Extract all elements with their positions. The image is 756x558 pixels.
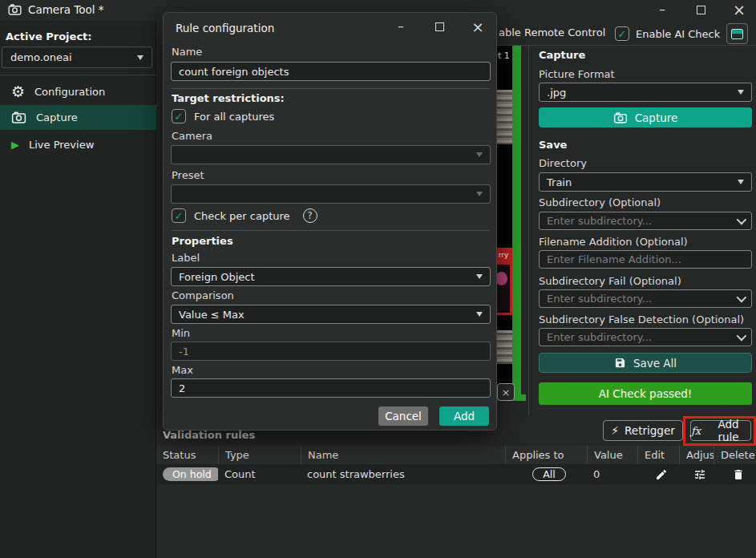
add-button[interactable]: Add: [439, 406, 489, 426]
minimize-icon: –: [659, 2, 665, 17]
table-header-row: Status Type Name Applies to Value Edit A…: [156, 446, 756, 464]
subdirectory-label: Subdirectory (Optional): [539, 196, 661, 208]
subdirectory-fail-placeholder: Enter subdirectory...: [547, 293, 652, 305]
chevron-down-icon: [737, 331, 747, 342]
column-header-status: Status: [156, 446, 218, 464]
ai-check-status-text: AI Check passed!: [599, 387, 693, 400]
column-header-name: Name: [301, 446, 505, 464]
filename-addition-input[interactable]: [539, 250, 752, 269]
edit-pencil-icon[interactable]: [655, 468, 668, 481]
minimize-icon: –: [398, 19, 404, 34]
detection-label-badge: rry: [495, 248, 513, 262]
check-per-capture-checkbox[interactable]: ✓: [172, 208, 186, 223]
detection-bounding-box: [495, 262, 512, 315]
capture-button[interactable]: Capture: [539, 107, 752, 127]
chevron-down-icon: [137, 55, 144, 60]
detected-object: [495, 272, 507, 285]
subdirectory-fail-combo[interactable]: Enter subdirectory...: [539, 289, 752, 308]
add-rule-button[interactable]: ƒx Add rule: [690, 420, 751, 441]
camera-icon: [8, 4, 22, 15]
rule-configuration-dialog: Rule configuration – × Name Target restr…: [163, 12, 497, 431]
picture-format-select[interactable]: .jpg: [539, 83, 752, 102]
sidebar-item-live-preview[interactable]: ▶ Live Preview: [0, 132, 156, 157]
rule-type-cell: Count: [218, 468, 301, 480]
retrigger-button[interactable]: ⚡ Retrigger: [603, 420, 683, 441]
name-label: Name: [172, 46, 202, 58]
ai-check-status-banner: AI Check passed!: [539, 382, 752, 405]
for-all-captures-checkbox[interactable]: ✓: [172, 109, 186, 123]
comparison-select[interactable]: Value ≤ Max: [171, 305, 491, 324]
label-select-value: Foreign Object: [179, 271, 255, 283]
remove-image-button[interactable]: ×: [497, 383, 515, 401]
camera-select[interactable]: [171, 145, 491, 164]
bolt-icon: ⚡: [611, 424, 619, 437]
chevron-down-icon: [737, 293, 747, 303]
play-icon: ▶: [11, 139, 19, 151]
maximize-icon: [435, 22, 444, 31]
label-select[interactable]: Foreign Object: [171, 267, 491, 286]
subdirectory-false-detection-combo[interactable]: Enter subdirectory...: [539, 328, 752, 346]
sidebar-item-capture[interactable]: Capture: [0, 105, 156, 130]
subdirectory-false-detection-label: Subdirectory False Detection (Optional): [539, 313, 744, 326]
camera-icon: [11, 111, 26, 123]
preset-select[interactable]: [171, 184, 491, 204]
close-icon: ×: [502, 386, 511, 398]
chevron-down-icon: [476, 274, 483, 279]
window-title: Camera Tool *: [28, 3, 104, 16]
table-row: On hold Count count strawberries All 0: [156, 464, 756, 484]
camera-icon: [613, 112, 628, 123]
dialog-minimize-button[interactable]: –: [394, 19, 408, 34]
check-per-capture-control[interactable]: ✓ Check per capture ?: [172, 208, 317, 223]
background-capture-thumbnail: t 1 rry ×: [495, 46, 529, 406]
project-select[interactable]: demo.oneai: [2, 46, 152, 68]
max-input[interactable]: [171, 378, 491, 398]
dialog-divider: [172, 230, 490, 231]
window-maximize-button[interactable]: [693, 2, 708, 17]
dialog-maximize-button[interactable]: [432, 19, 447, 34]
fx-icon: ƒx: [691, 425, 701, 437]
column-header-adjust: Adjust: [679, 446, 714, 464]
directory-value: Train: [547, 176, 572, 188]
rule-name-input[interactable]: [171, 62, 491, 81]
check-per-capture-label: Check per capture: [194, 210, 290, 222]
capture-section-title: Capture: [539, 49, 585, 61]
check-icon: ✓: [175, 111, 184, 123]
maximize-icon: [697, 6, 705, 14]
save-icon: [614, 357, 626, 369]
project-select-value: demo.oneai: [10, 51, 72, 63]
close-icon: ×: [733, 1, 746, 18]
dialog-title: Rule configuration: [176, 22, 274, 34]
ai-report-button[interactable]: [726, 23, 748, 44]
check-icon: ✓: [618, 28, 627, 40]
picture-format-label: Picture Format: [539, 68, 615, 80]
image-content-fragment: [495, 330, 513, 364]
for-all-captures-label: For all captures: [194, 111, 274, 123]
for-all-captures-control[interactable]: ✓ For all captures: [172, 109, 274, 123]
window-close-button[interactable]: ×: [732, 2, 746, 17]
sidebar-item-configuration[interactable]: ⚙ Configuration: [0, 79, 156, 104]
ai-check-label: Enable AI Check: [636, 28, 720, 40]
dialog-close-button[interactable]: ×: [471, 19, 485, 34]
directory-select[interactable]: Train: [539, 172, 752, 192]
enable-ai-check-control[interactable]: ✓ Enable AI Check: [615, 26, 737, 41]
selected-image-border: [512, 46, 521, 396]
image-content-fragment: [495, 90, 513, 144]
adjust-sliders-icon[interactable]: [693, 468, 706, 481]
window-minimize-button[interactable]: –: [655, 2, 669, 17]
delete-trash-icon[interactable]: [732, 468, 745, 481]
min-input[interactable]: [171, 342, 491, 361]
capture-image[interactable]: t 1 rry: [495, 46, 513, 396]
save-all-button[interactable]: Save All: [539, 353, 752, 373]
ai-check-checkbox[interactable]: ✓: [615, 26, 629, 41]
help-icon[interactable]: ?: [303, 208, 317, 223]
dialog-divider: [172, 88, 490, 89]
comparison-select-value: Value ≤ Max: [179, 309, 245, 321]
validation-rules-title: Validation rules: [163, 429, 255, 441]
preset-label: Preset: [172, 169, 204, 181]
subdirectory-combo[interactable]: Enter subdirectory...: [539, 212, 752, 230]
directory-label: Directory: [539, 157, 587, 169]
remote-control-dropdown[interactable]: able Remote Control: [499, 26, 622, 38]
cancel-button[interactable]: Cancel: [378, 406, 428, 426]
rule-value-cell: 0: [587, 468, 637, 480]
subdirectory-placeholder: Enter subdirectory...: [547, 215, 652, 227]
